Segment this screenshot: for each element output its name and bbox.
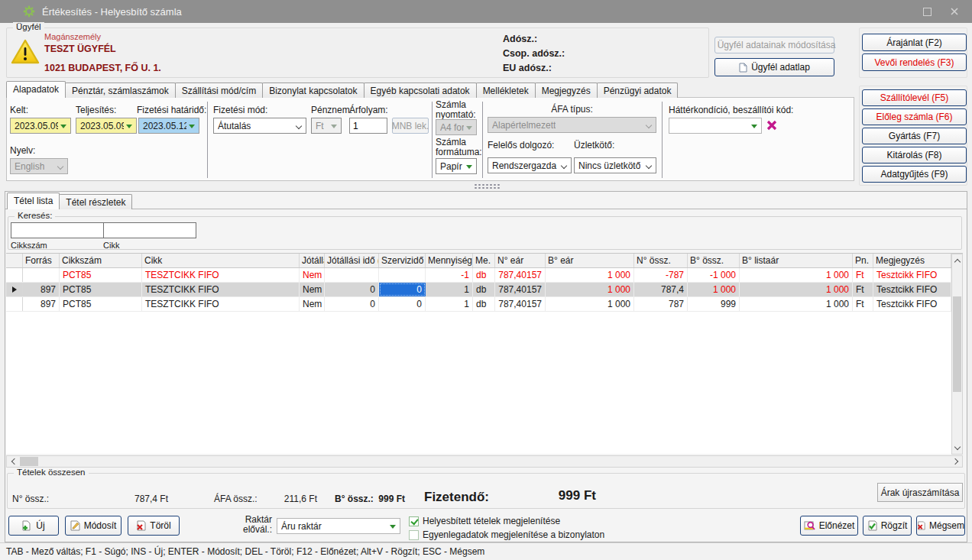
grid-header-cell[interactable]: B° össz.: [688, 254, 740, 267]
scroll-right-button[interactable]: [950, 456, 962, 467]
grid-cell[interactable]: 897: [23, 297, 60, 311]
tab-main-4[interactable]: Bizonylat kapcsolatok: [262, 83, 364, 98]
grid-cell[interactable]: 1 000: [546, 297, 634, 311]
grid-header-cell[interactable]: Jótállási idő (: [325, 254, 379, 267]
grid-cell[interactable]: PCT85: [60, 268, 142, 282]
grid-cell[interactable]: [325, 268, 379, 282]
modify-item-button[interactable]: Módosít: [65, 516, 122, 536]
vevoi-rendeles-button[interactable]: Vevői rendelés (F3): [862, 53, 967, 71]
close-button[interactable]: [941, 0, 967, 23]
grid-cell[interactable]: 1: [426, 297, 473, 311]
tab-main-5[interactable]: Egyéb kapcsolati adatok: [364, 83, 477, 98]
vertical-scroll-thumb[interactable]: [953, 296, 961, 392]
grid-cell[interactable]: Nem: [300, 283, 325, 296]
warehouse-dropdown-icon[interactable]: [390, 525, 396, 529]
grid-cell[interactable]: 787,4: [634, 283, 688, 296]
grid-cell[interactable]: 787,40157: [495, 283, 546, 296]
tab-items-2[interactable]: Tétel részletek: [59, 194, 132, 209]
grid-header-cell[interactable]: Megjegyzés: [873, 254, 951, 267]
grid-cell[interactable]: 1 000: [546, 283, 634, 296]
nyomtato-combo[interactable]: A4 formá: [436, 119, 477, 135]
grid-cell[interactable]: Ft: [853, 297, 873, 311]
grid-cell[interactable]: 1 000: [546, 268, 634, 282]
recalc-prices-button[interactable]: Árak újraszámítása: [877, 483, 963, 502]
grid-header-cell[interactable]: Pn.: [853, 254, 873, 267]
grid-cell[interactable]: -1 000: [688, 268, 740, 282]
scroll-down-button[interactable]: [952, 442, 962, 454]
grid-cell[interactable]: 0: [379, 297, 426, 311]
cancel-button[interactable]: Mégsem: [916, 516, 965, 536]
grid-header-cell[interactable]: N° össz.: [634, 254, 688, 267]
teljesites-dropdown-icon[interactable]: [126, 125, 132, 128]
hatterkondicio-dropdown-icon[interactable]: [751, 125, 757, 128]
grid-cell[interactable]: Nem: [300, 297, 325, 311]
grid-header-cell[interactable]: Cikkszám: [60, 254, 142, 267]
uzletkoto-combo[interactable]: Nincs üzletkötő: [574, 157, 656, 173]
save-button[interactable]: Rögzít: [863, 516, 912, 536]
maximize-button[interactable]: [914, 0, 940, 23]
grid-row[interactable]: PCT85TESZTCIKK FIFONem-1db787,401571 000…: [6, 268, 963, 283]
grid-header-cell[interactable]: B° eár: [546, 254, 634, 267]
grid-header-cell[interactable]: Jótállá: [300, 254, 325, 267]
teljesites-datefield[interactable]: 2023.05.09.: [76, 118, 137, 134]
checkbox-1[interactable]: [409, 516, 419, 526]
customer-modify-button[interactable]: Ügyfél adatainak módosítása: [714, 37, 834, 53]
grid-cell[interactable]: Nem: [300, 268, 325, 282]
felelos-combo[interactable]: Rendszergazda Ge: [488, 157, 572, 173]
formatum-dropdown-icon[interactable]: [466, 165, 472, 169]
side-action-button-5[interactable]: Adatgyűjtés (F9): [862, 166, 967, 183]
grid-cell[interactable]: Ft: [853, 268, 873, 282]
grid-header-cell[interactable]: Me.: [473, 254, 495, 267]
grid-cell[interactable]: 787,40157: [495, 297, 546, 311]
grid-cell[interactable]: [23, 268, 60, 282]
grid-cell[interactable]: 1 000: [740, 268, 853, 282]
tab-main-3[interactable]: Szállítási mód/cím: [175, 83, 263, 98]
grid-cell[interactable]: TESZTCIKK FIFO: [142, 283, 300, 296]
grid-cell[interactable]: 999: [688, 297, 740, 311]
tab-main-6[interactable]: Mellékletek: [476, 83, 536, 98]
horizontal-scroll-thumb[interactable]: [20, 457, 38, 466]
grid-cell[interactable]: 1 000: [740, 283, 853, 296]
grid-cell[interactable]: 1: [426, 283, 473, 296]
fizmod-combo[interactable]: Átutalás: [213, 118, 306, 134]
grid-cell[interactable]: db: [473, 268, 495, 282]
hatarido-dropdown-icon[interactable]: [189, 125, 195, 128]
grid-header-cell[interactable]: Szervizidő (h: [379, 254, 426, 267]
vertical-scrollbar[interactable]: [951, 254, 963, 455]
grid-cell[interactable]: 787,40157: [495, 268, 546, 282]
horizontal-scrollbar[interactable]: [6, 455, 963, 468]
formatum-combo[interactable]: Papír: [436, 158, 477, 174]
kelt-datefield[interactable]: 2023.05.09.: [10, 118, 71, 134]
grid-header-cell[interactable]: Mennyiség: [426, 254, 473, 267]
grid-cell[interactable]: TESZTCIKK FIFO: [142, 297, 300, 311]
preview-button[interactable]: Előnézet: [800, 516, 858, 536]
new-item-button[interactable]: Új: [8, 516, 59, 536]
mnb-button[interactable]: MNB lek.: [392, 118, 429, 134]
arajanlat-button[interactable]: Árajánlat (F2): [862, 34, 967, 51]
grid-cell[interactable]: 0: [325, 283, 379, 296]
tab-main-1[interactable]: Alapadatok: [6, 81, 66, 98]
grid-cell[interactable]: TESZTCIKK FIFO: [142, 268, 300, 282]
tab-main-2[interactable]: Pénztár, számlaszámok: [65, 83, 176, 98]
side-action-button-2[interactable]: Előleg számla (F6): [862, 108, 967, 125]
delete-item-button[interactable]: Töröl: [128, 516, 180, 536]
scroll-left-button[interactable]: [7, 456, 19, 467]
clear-x-icon[interactable]: [766, 120, 777, 131]
grid-row[interactable]: 897PCT85TESZTCIKK FIFONem001db787,401571…: [6, 297, 963, 312]
hatterkondicio-combo[interactable]: [669, 118, 762, 134]
grid-header-cell[interactable]: N° eár: [495, 254, 546, 267]
customer-datasheet-button[interactable]: Ügyfél adatlap: [714, 58, 834, 76]
tab-items-1[interactable]: Tétel lista: [7, 193, 60, 209]
arfolyam-input[interactable]: [349, 118, 387, 134]
grid-cell[interactable]: 1 000: [688, 283, 740, 296]
grid-cell[interactable]: db: [473, 283, 495, 296]
grid-cell[interactable]: 897: [23, 283, 60, 296]
checkbox-2[interactable]: [409, 530, 419, 540]
grid-cell[interactable]: db: [473, 297, 495, 311]
hatarido-datefield[interactable]: 2023.05.12.: [138, 118, 199, 134]
scroll-up-button[interactable]: [952, 254, 962, 267]
grid-cell[interactable]: Ft: [853, 283, 873, 296]
grid-cell[interactable]: -1: [426, 268, 473, 282]
side-action-button-1[interactable]: Szállítólevél (F5): [862, 89, 967, 106]
grid-row[interactable]: 897PCT85TESZTCIKK FIFONem001db787,401571…: [6, 283, 963, 297]
